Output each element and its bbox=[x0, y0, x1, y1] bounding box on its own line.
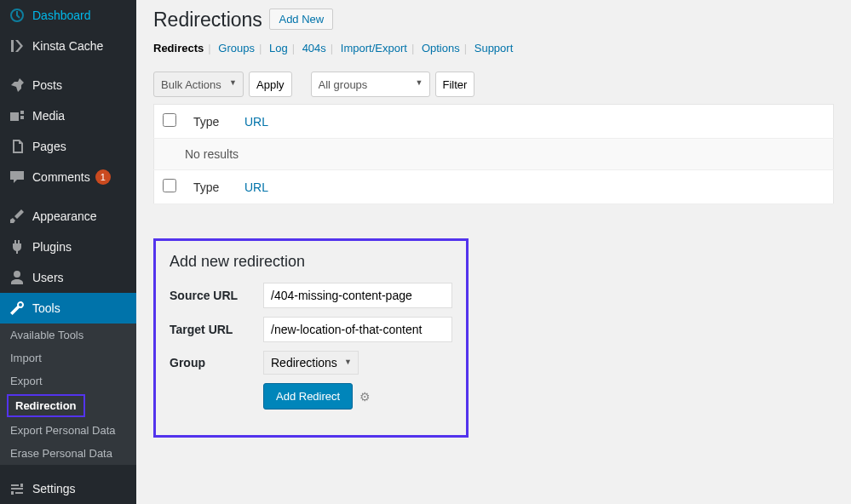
sidebar-item-label: Settings bbox=[32, 482, 76, 495]
subnav-404s[interactable]: 404s bbox=[302, 42, 326, 54]
submenu-import[interactable]: Import bbox=[0, 346, 136, 369]
kinsta-icon bbox=[9, 37, 26, 54]
sidebar-item-label: Dashboard bbox=[32, 9, 91, 22]
pin-icon bbox=[9, 77, 26, 94]
target-url-input[interactable] bbox=[263, 317, 452, 342]
apply-button[interactable]: Apply bbox=[249, 72, 292, 97]
media-icon bbox=[9, 107, 26, 124]
sidebar-item-label: Comments bbox=[32, 170, 90, 184]
no-results: No results bbox=[154, 139, 834, 170]
filter-button[interactable]: Filter bbox=[435, 72, 475, 97]
sidebar-item-label: Posts bbox=[32, 78, 62, 92]
col-url[interactable]: URL bbox=[244, 115, 268, 129]
source-url-input[interactable] bbox=[263, 283, 452, 308]
form-title: Add new redirection bbox=[170, 253, 452, 271]
group-select[interactable]: Redirections bbox=[263, 351, 359, 375]
sidebar-item-label: Pages bbox=[32, 140, 66, 153]
submenu-redirection[interactable]: Redirection bbox=[7, 394, 85, 417]
subnav-support[interactable]: Support bbox=[474, 42, 514, 54]
sidebar-item-settings[interactable]: Settings bbox=[0, 473, 136, 504]
plug-icon bbox=[9, 238, 26, 255]
submenu-erase-personal[interactable]: Erase Personal Data bbox=[0, 442, 136, 465]
subnav-log[interactable]: Log bbox=[269, 42, 288, 54]
add-redirect-button[interactable]: Add Redirect bbox=[263, 383, 353, 410]
list-toolbar: Bulk Actions Apply All groups Filter bbox=[153, 72, 834, 97]
gear-icon[interactable]: ⚙ bbox=[359, 390, 371, 404]
bulk-actions-select[interactable]: Bulk Actions bbox=[153, 72, 244, 97]
sliders-icon bbox=[9, 480, 26, 497]
sidebar-item-users[interactable]: Users bbox=[0, 262, 136, 293]
group-label: Group bbox=[170, 356, 263, 369]
sidebar-item-comments[interactable]: Comments 1 bbox=[0, 162, 136, 192]
groups-select[interactable]: All groups bbox=[311, 72, 430, 97]
add-new-button[interactable]: Add New bbox=[269, 9, 333, 30]
sidebar-item-kinsta[interactable]: Kinsta Cache bbox=[0, 31, 136, 61]
sidebar-item-pages[interactable]: Pages bbox=[0, 131, 136, 162]
col-url-footer[interactable]: URL bbox=[244, 180, 268, 194]
submenu-export[interactable]: Export bbox=[0, 369, 136, 392]
subnav-options[interactable]: Options bbox=[422, 42, 460, 54]
sidebar-item-posts[interactable]: Posts bbox=[0, 70, 136, 100]
sidebar-item-label: Kinsta Cache bbox=[32, 39, 103, 53]
sidebar-item-label: Media bbox=[32, 109, 65, 123]
sidebar-item-media[interactable]: Media bbox=[0, 100, 136, 131]
dashboard-icon bbox=[9, 7, 26, 24]
col-type-footer: Type bbox=[185, 170, 236, 204]
add-redirection-form: Add new redirection Source URL Target UR… bbox=[153, 238, 469, 438]
target-url-label: Target URL bbox=[170, 323, 263, 336]
subnav-redirects[interactable]: Redirects bbox=[153, 42, 204, 54]
sidebar-item-label: Plugins bbox=[32, 240, 72, 254]
page-title: Redirections bbox=[153, 9, 262, 32]
tools-submenu: Available Tools Import Export Redirectio… bbox=[0, 324, 136, 465]
redirects-table: Type URL No results Type URL bbox=[153, 104, 834, 204]
col-type: Type bbox=[185, 105, 236, 139]
sidebar-item-label: Users bbox=[32, 271, 64, 284]
wrench-icon bbox=[9, 300, 26, 317]
sidebar-item-appearance[interactable]: Appearance bbox=[0, 201, 136, 232]
sidebar-item-label: Tools bbox=[32, 301, 60, 315]
select-all-checkbox-footer[interactable] bbox=[163, 179, 176, 192]
subnav-import-export[interactable]: Import/Export bbox=[341, 42, 407, 54]
subnav: Redirects| Groups| Log| 404s| Import/Exp… bbox=[153, 42, 834, 54]
user-icon bbox=[9, 269, 26, 286]
admin-sidebar: Dashboard Kinsta Cache Posts Media Pages… bbox=[0, 0, 136, 504]
main-content: Redirections Add New Redirects| Groups| … bbox=[136, 0, 851, 504]
submenu-export-personal[interactable]: Export Personal Data bbox=[0, 419, 136, 442]
sidebar-item-label: Appearance bbox=[32, 209, 97, 223]
pages-icon bbox=[9, 138, 26, 155]
subnav-groups[interactable]: Groups bbox=[218, 42, 255, 54]
comment-icon bbox=[9, 169, 26, 186]
sidebar-item-dashboard[interactable]: Dashboard bbox=[0, 0, 136, 31]
submenu-available-tools[interactable]: Available Tools bbox=[0, 324, 136, 346]
source-url-label: Source URL bbox=[170, 289, 263, 302]
sidebar-item-plugins[interactable]: Plugins bbox=[0, 232, 136, 262]
select-all-checkbox[interactable] bbox=[163, 113, 176, 127]
sidebar-item-tools[interactable]: Tools bbox=[0, 293, 136, 324]
brush-icon bbox=[9, 208, 26, 225]
comments-badge: 1 bbox=[95, 169, 111, 185]
